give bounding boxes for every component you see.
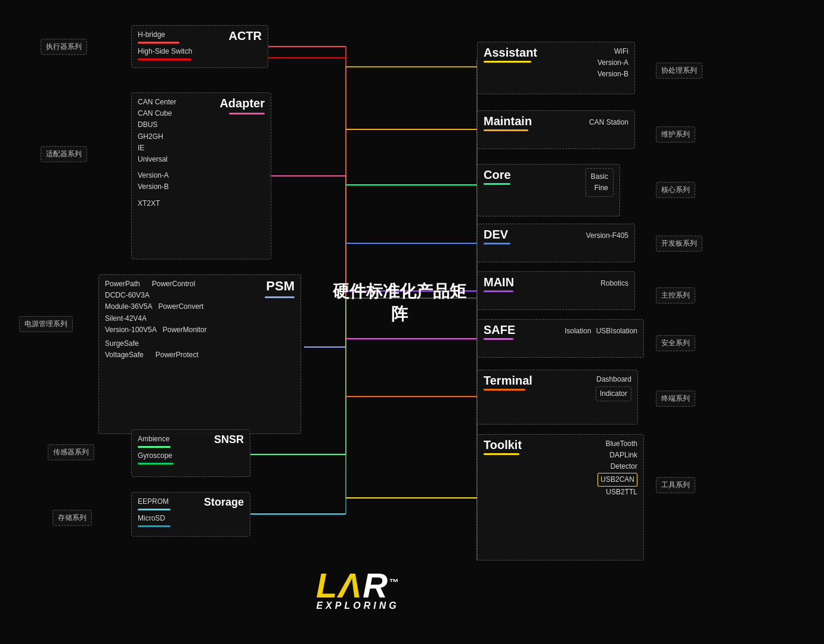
core-title: Core bbox=[484, 168, 511, 182]
category-psm: 电源管理系列 bbox=[19, 316, 73, 332]
safe-title: SAFE bbox=[484, 323, 515, 337]
safe-box: SAFE Isolation USBIsolation bbox=[477, 319, 644, 358]
logo-text: LΛR™ bbox=[316, 568, 399, 603]
storage-box: EEPROM MicroSD Storage bbox=[131, 492, 250, 537]
adapter-item-8: Version-B bbox=[138, 181, 215, 193]
snsr-item-ambience: Ambience bbox=[138, 434, 174, 445]
maintain-title: Maintain bbox=[484, 114, 532, 128]
terminal-indicator: Indicator bbox=[600, 388, 627, 400]
assistant-wifi: WiFi bbox=[586, 46, 628, 57]
adapter-item-2: CAN Cube bbox=[138, 108, 215, 119]
core-basic: Basic bbox=[591, 171, 608, 182]
category-main: 主控系列 bbox=[656, 287, 695, 304]
dev-box: DEV Version-F405 bbox=[477, 224, 635, 262]
psm-item-powerpath: PowerPath bbox=[105, 278, 140, 290]
psm-item-silent: Silent-42V4A bbox=[105, 313, 260, 324]
mainctrl-box: MAIN Robotics bbox=[477, 271, 635, 310]
adapter-item-4: GH2GH bbox=[138, 131, 215, 143]
assistant-title: Assistant bbox=[484, 46, 537, 60]
safe-usbisolation: USBIsolation bbox=[596, 326, 637, 337]
maintain-canstation: CAN Station bbox=[589, 117, 628, 128]
mainctrl-robotics: Robotics bbox=[600, 278, 628, 289]
assistant-version-b: Version-B bbox=[597, 69, 628, 80]
actr-item-highside: High-Side Switch bbox=[138, 46, 192, 57]
actr-title: ACTR bbox=[228, 29, 262, 43]
adapter-item-7: Version-A bbox=[138, 170, 215, 181]
toolkit-daplink: DAPLink bbox=[597, 450, 637, 461]
terminal-box: Terminal Dashboard Indicator bbox=[477, 370, 638, 425]
adapter-item-9: XT2XT bbox=[138, 198, 215, 209]
category-storage: 存储系列 bbox=[52, 510, 92, 526]
dev-version: Version-F405 bbox=[586, 230, 628, 242]
maintain-box: Maintain CAN Station bbox=[477, 110, 635, 149]
adapter-title: Adapter bbox=[219, 97, 265, 110]
adapter-item-5: IE bbox=[138, 143, 215, 154]
snsr-box: Ambience Gyroscope SNSR bbox=[131, 429, 250, 477]
toolkit-bluetooth: BlueTooth bbox=[597, 438, 637, 450]
toolkit-title: Toolkit bbox=[484, 438, 522, 452]
logo-area: LΛR™ EXPLORING bbox=[316, 568, 399, 611]
adapter-item-1: CAN Center bbox=[138, 97, 215, 108]
terminal-title: Terminal bbox=[484, 374, 532, 388]
psm-item-powerconvert: PowerConvert bbox=[158, 301, 203, 312]
toolkit-box: Toolkit BlueTooth DAPLink Detector USB2C… bbox=[477, 434, 644, 561]
assistant-box: Assistant WiFi Version-A Version-B bbox=[477, 42, 635, 94]
mainctrl-title: MAIN bbox=[484, 275, 514, 289]
storage-title: Storage bbox=[204, 496, 244, 509]
category-sensor: 传感器系列 bbox=[48, 444, 94, 460]
category-coprocessor: 协处理系列 bbox=[656, 63, 702, 79]
actr-box: H-bridge High-Side Switch ACTR bbox=[131, 25, 268, 68]
category-maintain: 维护系列 bbox=[656, 126, 695, 143]
terminal-dashboard: Dashboard bbox=[596, 374, 631, 385]
logo-sub: EXPLORING bbox=[316, 600, 399, 611]
snsr-item-gyroscope: Gyroscope bbox=[138, 450, 174, 462]
core-box: Core Basic Fine bbox=[477, 164, 620, 216]
psm-item-dcdc: DCDC-60V3A bbox=[105, 290, 260, 301]
category-executor: 执行器系列 bbox=[41, 39, 87, 55]
category-safe: 安全系列 bbox=[656, 335, 695, 351]
psm-item-powercontrol: PowerControl bbox=[152, 278, 196, 290]
psm-item-powermonitor: PowerMonitor bbox=[163, 324, 207, 336]
toolkit-usb2ttl: USB2TTL bbox=[597, 487, 637, 498]
category-adapter: 适配器系列 bbox=[41, 146, 87, 162]
snsr-title: SNSR bbox=[214, 434, 244, 446]
psm-box: PowerPath PowerControl DCDC-60V3A Module… bbox=[98, 274, 301, 434]
psm-item-surgesafe: SurgeSafe bbox=[105, 338, 260, 349]
center-label: 硬件标准化产品矩阵 bbox=[331, 280, 468, 326]
category-terminal: 终端系列 bbox=[656, 391, 695, 407]
category-core: 核心系列 bbox=[656, 182, 695, 198]
actr-item-hbridge: H-bridge bbox=[138, 29, 192, 41]
adapter-item-3: DBUS bbox=[138, 119, 215, 131]
assistant-version-a: Version-A bbox=[597, 57, 628, 69]
storage-item-microsd: MicroSD bbox=[138, 513, 171, 524]
toolkit-detector: Detector bbox=[597, 461, 637, 472]
category-toolkit: 工具系列 bbox=[656, 477, 695, 493]
toolkit-usb2can: USB2CAN bbox=[597, 473, 637, 487]
psm-item-voltagesafe: VoltageSafe bbox=[105, 349, 144, 361]
psm-item-powerprotect: PowerProtect bbox=[156, 349, 199, 361]
psm-item-version: Version-100V5A bbox=[105, 324, 157, 336]
adapter-item-6: Universal bbox=[138, 154, 215, 165]
diagram: 执行器系列 适配器系列 电源管理系列 传感器系列 存储系列 协处理系列 维护系列… bbox=[0, 0, 824, 644]
psm-title: PSM bbox=[266, 278, 295, 294]
dev-title: DEV bbox=[484, 228, 510, 242]
category-dev: 开发板系列 bbox=[656, 236, 702, 252]
safe-isolation: Isolation bbox=[565, 326, 591, 337]
storage-item-eeprom: EEPROM bbox=[138, 496, 171, 507]
adapter-box: CAN Center CAN Cube DBUS GH2GH IE Univer… bbox=[131, 92, 271, 259]
core-fine: Fine bbox=[591, 182, 608, 194]
psm-item-module: Module-36V5A bbox=[105, 301, 152, 312]
